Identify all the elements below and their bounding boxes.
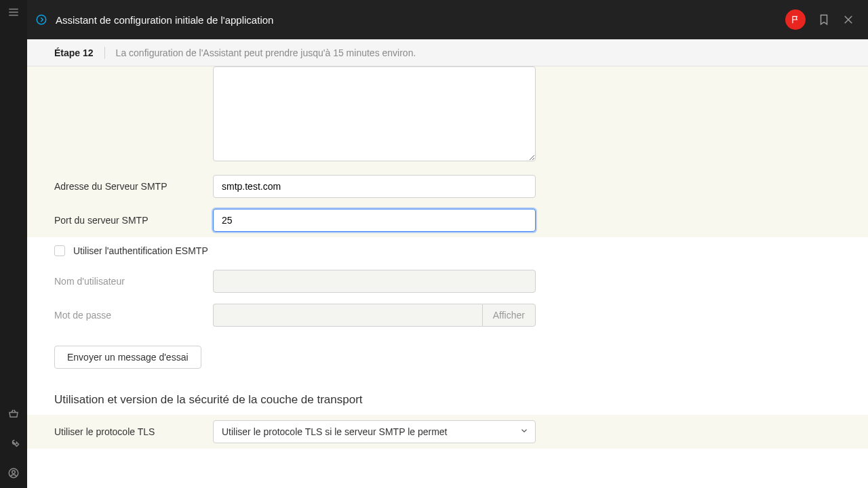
message-textarea[interactable] [213,66,536,161]
tls-section-title: Utilisation et version de la sécurité de… [54,393,841,407]
user-circle-icon[interactable] [7,466,20,480]
title-bar: Assistant de configuration initiale de l… [27,0,868,39]
bookmark-icon[interactable] [818,14,830,26]
content-area: Adresse du Serveur SMTP Port du serveur … [27,66,868,488]
smtp-port-input[interactable] [213,209,536,232]
page-title: Assistant de configuration initiale de l… [56,14,273,26]
smtp-server-input[interactable] [213,175,536,198]
svg-point-5 [37,15,46,24]
menu-icon[interactable] [7,5,20,19]
close-icon[interactable] [842,14,854,26]
flag-badge[interactable] [785,9,806,30]
step-divider [104,47,105,59]
tls-select-value: Utiliser le protocole TLS si le serveur … [222,426,448,437]
show-password-button: Afficher [482,304,536,327]
username-label: Nom d'utilisateur [54,276,213,287]
wrench-icon[interactable] [7,436,20,450]
tls-label: Utiliser le protocole TLS [54,426,213,437]
step-label: Étape 12 [54,47,94,58]
smtp-port-label: Port du serveur SMTP [54,215,213,226]
basket-icon[interactable] [7,407,20,420]
send-test-button[interactable]: Envoyer un message d'essai [54,346,201,369]
username-input [213,270,536,293]
smtp-server-label: Adresse du Serveur SMTP [54,181,213,192]
tls-select[interactable]: Utiliser le protocole TLS si le serveur … [213,420,536,443]
esmtp-checkbox[interactable] [54,245,65,256]
footer-buttons: Précédent Suivant [27,476,868,488]
step-note: La configuration de l'Assistant peut pre… [116,47,416,58]
svg-point-4 [12,470,16,474]
left-sidebar [0,0,27,488]
wizard-icon [35,14,47,26]
step-bar: Étape 12 La configuration de l'Assistant… [27,39,868,66]
password-label: Mot de passe [54,310,213,321]
esmtp-label: Utiliser l'authentification ESMTP [73,245,208,256]
password-input [213,304,482,327]
